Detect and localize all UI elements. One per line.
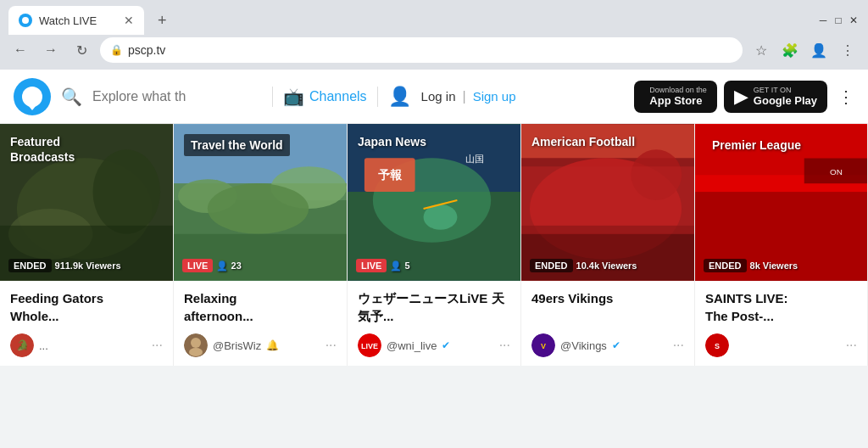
verified-icon-3: ✔: [442, 339, 450, 351]
more-dots-4[interactable]: ···: [673, 338, 684, 353]
svg-text:ON: ON: [830, 167, 843, 176]
card-label-4: American Football: [531, 134, 635, 149]
card-american-football[interactable]: American Football ENDED 10.4k Viewers 49…: [521, 124, 695, 366]
google-play-sub: GET IT ON: [754, 86, 817, 94]
card-info-5: SAINTS LIVE:The Post-... S ···: [695, 281, 867, 366]
card-badge-1: ENDED 911.9k Viewers: [8, 259, 121, 272]
user-icon-button[interactable]: 👤: [388, 86, 411, 108]
channels-label: Channels: [309, 89, 367, 104]
window-controls: ─ □ ✕: [817, 14, 860, 26]
username-4: @Vikings: [560, 339, 607, 352]
divider-1: [272, 87, 273, 107]
card-japan-news[interactable]: 予報 山国 Japan News LIVE 👤 5 ウェザーニュースLiVE 天…: [348, 124, 521, 366]
app-store-main: App Store: [649, 94, 707, 107]
lock-icon: 🔒: [110, 44, 123, 56]
divider-2: [377, 87, 378, 107]
periscope-logo[interactable]: [14, 78, 51, 115]
more-dots-1[interactable]: ···: [152, 338, 163, 353]
card-badge-3: LIVE 👤 5: [356, 259, 410, 272]
forward-button[interactable]: →: [39, 38, 63, 62]
card-info-1: Feeding GatorsWhole... 🐊 ... ···: [0, 281, 173, 366]
app-header: 🔍 📺 Channels 👤 Log in | Sign up Download…: [0, 70, 868, 124]
card-user-4: V @Vikings ✔ ···: [531, 333, 684, 357]
username-1: ...: [39, 339, 48, 352]
tab-favicon: [19, 14, 32, 27]
channels-button[interactable]: 📺 Channels: [283, 87, 367, 107]
card-label-5: Premier League: [705, 134, 808, 156]
tab-close-button[interactable]: ✕: [124, 14, 134, 27]
browser-actions: ☆ 🧩 👤 ⋮: [749, 38, 860, 62]
card-info-2: Relaxingafternoon... @BrisWiz 🔔 ···: [174, 281, 347, 366]
card-user-2: @BrisWiz 🔔 ···: [184, 333, 337, 357]
tab-title: Watch LIVE: [39, 14, 117, 27]
store-buttons: Download on the App Store ▶ GET IT ON Go…: [634, 81, 827, 113]
badge-ended-1: ENDED: [8, 259, 52, 272]
svg-text:V: V: [541, 342, 546, 350]
more-menu-button[interactable]: ⋮: [837, 87, 854, 107]
badge-viewers-5: 8k Viewers: [750, 260, 798, 271]
card-featured-broadcasts[interactable]: Featured Broadcasts ENDED 911.9k Viewers…: [0, 124, 174, 366]
url-text: pscp.tv: [128, 43, 165, 57]
more-options-button[interactable]: ⋮: [836, 38, 860, 62]
refresh-button[interactable]: ↻: [70, 38, 93, 62]
google-play-main: Google Play: [754, 94, 817, 107]
card-user-5: S ···: [705, 333, 857, 357]
periscope-logo-inner: [22, 87, 42, 107]
new-tab-button[interactable]: +: [158, 12, 167, 30]
app-container: 🔍 📺 Channels 👤 Log in | Sign up Download…: [0, 70, 868, 366]
more-dots-5[interactable]: ···: [846, 338, 857, 353]
close-window-button[interactable]: ✕: [848, 14, 860, 26]
app-store-button[interactable]: Download on the App Store: [634, 81, 717, 113]
back-button[interactable]: ←: [8, 38, 32, 62]
avatar-3: LIVE: [358, 333, 381, 357]
badge-live-2: LIVE: [182, 259, 213, 272]
minimize-button[interactable]: ─: [817, 14, 829, 26]
address-bar-row: ← → ↻ 🔒 pscp.tv ☆ 🧩 👤 ⋮: [0, 34, 868, 70]
app-store-sub: Download on the: [649, 86, 707, 94]
card-travel-world[interactable]: Travel the World LIVE 👤 23 Relaxingafter…: [174, 124, 348, 366]
svg-text:🐊: 🐊: [16, 339, 29, 351]
bell-icon-2: 🔔: [266, 339, 279, 351]
svg-rect-32: [521, 166, 694, 234]
badge-ended-4: ENDED: [530, 259, 573, 272]
username-2: @BrisWiz: [213, 339, 261, 352]
cards-section: Featured Broadcasts ENDED 911.9k Viewers…: [0, 124, 868, 366]
card-user-3: LIVE @wni_live ✔ ···: [358, 333, 510, 357]
profile-button[interactable]: 👤: [807, 38, 831, 62]
svg-text:予報: 予報: [378, 168, 403, 182]
card-title-3: ウェザーニュースLiVE 天気予...: [358, 289, 510, 327]
avatar-1: 🐊: [10, 333, 34, 357]
avatar-4: V: [531, 333, 555, 357]
avatar-5: S: [705, 333, 729, 357]
search-icon-button[interactable]: 🔍: [61, 87, 82, 107]
svg-point-12: [208, 183, 309, 234]
svg-rect-13: [174, 234, 347, 281]
browser-tab[interactable]: Watch LIVE ✕: [8, 6, 144, 35]
tv-icon: 📺: [283, 87, 304, 107]
bookmark-button[interactable]: ☆: [749, 38, 773, 62]
extensions-button[interactable]: 🧩: [778, 38, 802, 62]
card-info-3: ウェザーニュースLiVE 天気予... LIVE @wni_live ✔ ···: [348, 281, 520, 366]
card-badge-5: ENDED 8k Viewers: [704, 259, 798, 272]
badge-viewers-4: 10.4k Viewers: [576, 260, 637, 271]
more-dots-2[interactable]: ···: [326, 338, 337, 353]
card-image-4: American Football ENDED 10.4k Viewers: [521, 124, 694, 281]
card-title-1: Feeding GatorsWhole...: [10, 289, 163, 327]
google-play-button[interactable]: ▶ GET IT ON Google Play: [724, 81, 827, 113]
app-store-text: Download on the App Store: [649, 86, 707, 107]
badge-viewers-1: 911.9k Viewers: [55, 260, 121, 271]
search-input[interactable]: [92, 89, 262, 104]
login-button[interactable]: Log in: [421, 89, 456, 104]
more-dots-3[interactable]: ···: [499, 338, 510, 353]
google-play-text: GET IT ON Google Play: [754, 86, 817, 107]
signup-button[interactable]: Sign up: [473, 89, 516, 104]
badge-viewers-3: 👤 5: [390, 260, 409, 272]
verified-icon-4: ✔: [612, 339, 620, 351]
address-bar[interactable]: 🔒 pscp.tv: [100, 37, 743, 63]
svg-text:S: S: [715, 342, 720, 350]
card-title-5: SAINTS LIVE:The Post-...: [705, 289, 857, 327]
svg-text:山国: 山国: [465, 154, 484, 164]
card-premier-league[interactable]: ON Premier League ENDED 8k Viewers SAINT…: [695, 124, 868, 366]
card-image-1: Featured Broadcasts ENDED 911.9k Viewers: [0, 124, 173, 281]
maximize-button[interactable]: □: [832, 14, 844, 26]
